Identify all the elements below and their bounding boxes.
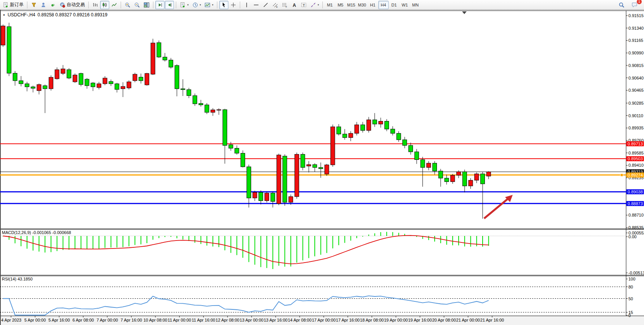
text-icon: A [291,2,297,8]
time-tick-label: 14 Apr 08:00 [288,318,311,322]
chevron-down-icon: ▾ [318,3,319,6]
candle-body [241,153,245,167]
candle-body [277,155,281,204]
new-order-button[interactable]: 新订单 [1,1,25,9]
zoom-in-button[interactable] [123,1,132,9]
rsi-axis-label: 80 [628,285,633,289]
tile-windows-button[interactable] [142,1,151,9]
periods-dropdown[interactable]: ▾ [191,1,203,9]
timeframe-button-mn[interactable]: MN [410,1,421,9]
candle-body [73,75,77,82]
toolbar-separator [240,2,240,8]
toolbar-separator [153,2,153,8]
candle-body [67,70,71,78]
candle-body [403,140,407,145]
candle-body [331,127,335,165]
timeframe-button-h4[interactable]: H4 [378,1,389,9]
text-tool[interactable]: A [290,1,299,9]
candle-body [253,192,257,198]
crosshair-icon [230,2,236,8]
time-tick-label: 5 Apr 00:00 [24,318,46,322]
candle-body [133,74,137,81]
horizontal-line-tool[interactable] [252,1,261,9]
notification-count-badge: 1 [636,0,642,5]
search-button[interactable] [617,1,626,9]
styler-button[interactable] [29,1,38,9]
candle-body [414,152,419,160]
new-chart-dropdown[interactable]: ▾ [178,1,190,9]
chartshift-icon [166,2,172,8]
equidistant-channel-tool[interactable]: E [271,1,280,9]
timeframe-button-w1[interactable]: W1 [400,1,410,9]
chart-canvas[interactable]: 0.915150.913400.911650.909900.908150.906… [0,0,644,325]
market-watch-button[interactable] [39,1,48,9]
price-label-chip: 0.89713 [626,141,644,146]
candle-body [481,174,485,184]
timeframe-button-m1[interactable]: M1 [325,1,335,9]
price-chip-label: 0.89038 [628,190,643,194]
candle-body [79,73,83,84]
bars-type-icon [92,2,98,8]
label-t-icon: T [301,2,307,8]
time-tick-label: 21 Apr 16:00 [480,318,504,322]
price-tick-label: 0.90815 [628,63,644,68]
shapes-icon [310,2,316,8]
candle-body [175,65,179,89]
fibonacci-tool[interactable]: F [280,1,289,9]
price-tick-label: 0.89410 [628,163,644,167]
time-tick-label: 13 Apr 16:00 [264,318,287,322]
chart-properties-dropdown[interactable]: ▾ [203,1,215,9]
cursor-tool-button[interactable] [219,1,228,9]
hline-icon [253,2,259,8]
bar-chart-type-button[interactable] [91,1,100,9]
trendline-tool[interactable] [261,1,270,9]
arrows-tool-dropdown[interactable]: ▾ [309,1,321,9]
line-chart-type-button[interactable] [110,1,119,9]
signal-icon [50,2,56,8]
hline-handle[interactable] [620,174,623,176]
price-chip-label: 0.89713 [628,142,643,146]
macd-axis-label: -0.00513 [628,271,644,275]
price-tick-label: 0.91515 [628,13,644,18]
candle-body [319,167,323,169]
price-tick-label: 0.88535 [628,225,644,230]
svg-text:T: T [303,3,305,7]
new-order-button-label: 新订单 [10,2,24,8]
candle-body [259,192,263,201]
candle-body [43,86,47,89]
candle-body [283,156,287,202]
price-chip-label: 0.89503 [628,156,643,161]
time-tick-label: 17 Apr 00:00 [312,318,335,322]
rsi-axis-label: 0 [628,313,631,318]
candle-body [205,105,209,113]
price-tick-label: 0.90110 [628,113,643,118]
clock-icon [192,2,198,8]
search-icon [618,2,625,8]
zoom-out-button[interactable] [132,1,142,9]
candle-body [343,134,347,137]
signals-button[interactable] [48,1,57,9]
candle-body [307,165,311,166]
toolbar-separator [121,2,121,8]
chart-title: ▼ USDCHF-,H4 0.89258 0.89327 0.89216 0.8… [3,12,107,18]
candle-body [127,82,131,88]
chart-shift-button[interactable] [165,1,174,9]
candle-body [409,145,413,152]
timeframe-button-d1[interactable]: D1 [389,1,399,9]
candle-body [181,89,185,89]
timeframe-button-m30[interactable]: M30 [357,1,367,9]
timeframe-button-m5[interactable]: M5 [335,1,346,9]
timeframe-button-m15[interactable]: M15 [346,1,356,9]
auto-trading-button[interactable]: 自动交易 [58,1,86,9]
candle-body [37,84,41,91]
text-label-tool[interactable]: T [299,1,308,9]
vertical-line-tool[interactable] [242,1,251,9]
chart-props-icon [204,2,210,8]
crosshair-tool-button[interactable] [229,1,238,9]
timeframe-button-h1[interactable]: H1 [368,1,378,9]
chart-title-collapse-icon[interactable]: ▼ [3,14,5,16]
new-order-icon [3,2,9,8]
vline-icon [244,2,250,8]
auto-scroll-button[interactable] [155,1,164,9]
candlestick-type-button[interactable] [100,1,109,9]
